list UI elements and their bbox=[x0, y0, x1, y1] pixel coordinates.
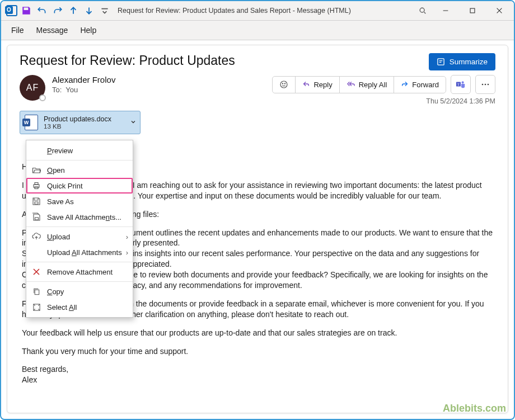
maximize-button[interactable] bbox=[460, 2, 485, 19]
svg-rect-1 bbox=[470, 8, 475, 13]
svg-text:T: T bbox=[457, 82, 460, 86]
forward-label: Forward bbox=[412, 81, 439, 89]
title-bar: Request for Review: Product Updates and … bbox=[1, 1, 514, 21]
smile-icon bbox=[279, 80, 288, 89]
remove-x-icon bbox=[32, 267, 41, 276]
menu-open[interactable]: Open bbox=[26, 162, 133, 178]
presence-indicator-icon bbox=[39, 95, 46, 101]
select-all-icon bbox=[32, 303, 41, 312]
forward-arrow-icon bbox=[401, 80, 409, 89]
to-label: To: bbox=[52, 86, 62, 94]
svg-rect-14 bbox=[35, 187, 38, 189]
svg-point-8 bbox=[462, 81, 464, 83]
svg-rect-13 bbox=[35, 183, 38, 185]
teams-icon: T bbox=[456, 79, 466, 89]
reply-arrow-icon bbox=[302, 80, 310, 89]
undo-icon[interactable] bbox=[37, 6, 47, 16]
svg-rect-2 bbox=[438, 59, 444, 65]
attachment-dropdown-icon[interactable] bbox=[130, 117, 137, 128]
summarize-label: Summarize bbox=[450, 58, 488, 66]
teams-share-button[interactable]: T bbox=[451, 75, 471, 94]
menu-save-as[interactable]: Save As bbox=[26, 194, 133, 209]
minimize-button[interactable] bbox=[433, 2, 458, 19]
received-timestamp: Thu 5/2/2024 1:36 PM bbox=[272, 97, 495, 105]
close-button[interactable] bbox=[487, 2, 512, 19]
open-folder-icon bbox=[32, 166, 41, 174]
menu-message[interactable]: Message bbox=[36, 26, 68, 35]
attachment-name: Product updates.docx bbox=[44, 115, 111, 123]
menu-copy[interactable]: Copy bbox=[26, 284, 133, 299]
to-line: To: You bbox=[52, 86, 115, 94]
body-paragraph: Best regards, bbox=[22, 364, 493, 375]
menu-preview[interactable]: Preview bbox=[26, 143, 133, 158]
more-actions-button[interactable] bbox=[475, 75, 495, 94]
watermark: Ablebits.com bbox=[443, 403, 506, 414]
svg-rect-16 bbox=[35, 218, 39, 220]
reply-all-arrow-icon bbox=[347, 80, 355, 89]
reply-label: Reply bbox=[313, 81, 332, 89]
attachment-chip[interactable]: W Product updates.docx 13 KB bbox=[20, 111, 141, 134]
svg-point-0 bbox=[420, 8, 424, 12]
menu-file[interactable]: File bbox=[11, 26, 24, 35]
summarize-icon bbox=[437, 58, 445, 66]
submenu-arrow-icon: › bbox=[126, 233, 128, 241]
submenu-arrow-icon: › bbox=[126, 248, 128, 257]
svg-rect-15 bbox=[35, 202, 38, 204]
blank-icon bbox=[32, 248, 41, 257]
body-paragraph: Thank you very much for your time and su… bbox=[22, 346, 493, 357]
body-paragraph: Your feedback will help us ensure that o… bbox=[22, 328, 493, 338]
svg-point-3 bbox=[280, 81, 287, 88]
menu-bar: File Message Help bbox=[1, 21, 514, 40]
svg-rect-17 bbox=[35, 290, 39, 294]
save-all-icon bbox=[32, 213, 41, 221]
menu-select-all[interactable]: Select All bbox=[26, 299, 133, 315]
avatar-initials: AF bbox=[26, 83, 39, 93]
sender-avatar[interactable]: AF bbox=[20, 75, 45, 101]
redo-icon[interactable] bbox=[53, 6, 63, 16]
reply-all-label: Reply All bbox=[359, 81, 387, 89]
quick-access-toolbar bbox=[21, 6, 110, 16]
menu-remove-attachment[interactable]: Remove Attachment bbox=[26, 264, 133, 280]
svg-point-4 bbox=[283, 83, 283, 84]
svg-point-11 bbox=[488, 84, 489, 86]
outlook-app-icon bbox=[6, 4, 18, 17]
sender-name[interactable]: Alexander Frolov bbox=[52, 75, 115, 84]
blank-icon bbox=[32, 146, 41, 155]
customize-qat-dropdown-icon[interactable] bbox=[100, 6, 110, 16]
save-icon[interactable] bbox=[21, 6, 31, 16]
printer-icon bbox=[32, 181, 41, 190]
menu-separator bbox=[26, 226, 133, 227]
save-as-icon bbox=[32, 197, 41, 206]
reactions-button[interactable] bbox=[273, 77, 295, 93]
menu-save-all-attachments[interactable]: Save All Attachments... bbox=[26, 209, 133, 225]
search-icon[interactable] bbox=[414, 2, 431, 19]
menu-separator bbox=[26, 262, 133, 262]
reply-all-button[interactable]: Reply All bbox=[339, 77, 394, 93]
attachment-size: 13 KB bbox=[44, 123, 111, 130]
summarize-button[interactable]: Summarize bbox=[429, 53, 495, 70]
attachment-context-menu: Preview Open Quick Print Save As Save Al… bbox=[26, 140, 133, 318]
svg-point-5 bbox=[285, 83, 285, 84]
menu-separator bbox=[26, 160, 133, 161]
email-subject: Request for Review: Product Updates bbox=[20, 53, 235, 68]
previous-item-icon[interactable] bbox=[68, 6, 78, 16]
window-title: Request for Review: Product Updates and … bbox=[115, 7, 414, 15]
menu-quick-print[interactable]: Quick Print bbox=[26, 178, 133, 194]
reply-button[interactable]: Reply bbox=[295, 77, 339, 93]
copy-icon bbox=[32, 287, 41, 296]
cloud-upload-icon bbox=[32, 232, 41, 241]
menu-upload[interactable]: Upload › bbox=[26, 229, 133, 244]
ellipsis-icon bbox=[481, 80, 490, 89]
menu-help[interactable]: Help bbox=[80, 26, 96, 35]
next-item-icon[interactable] bbox=[84, 6, 94, 16]
word-document-icon: W bbox=[25, 115, 38, 130]
svg-point-9 bbox=[482, 84, 484, 86]
menu-upload-all-attachments[interactable]: Upload All Attachments › bbox=[26, 244, 133, 260]
to-value: You bbox=[65, 86, 78, 94]
svg-point-10 bbox=[485, 84, 486, 86]
body-paragraph: Alex bbox=[22, 375, 493, 385]
message-actions: Reply Reply All Forward bbox=[272, 76, 446, 93]
menu-separator bbox=[26, 281, 133, 282]
forward-button[interactable]: Forward bbox=[394, 77, 446, 93]
